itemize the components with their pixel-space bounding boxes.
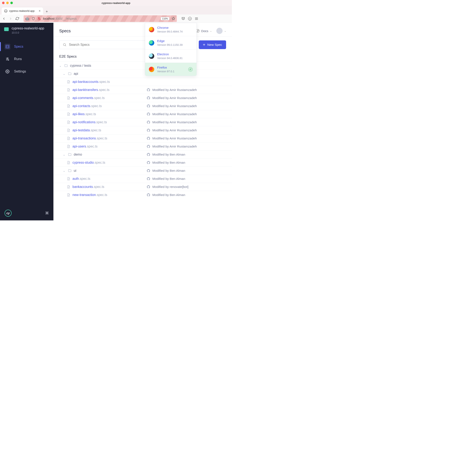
- github-icon: [147, 112, 150, 116]
- browser-option-electron[interactable]: ElectronVersion 94.0.4606.81: [145, 49, 196, 63]
- browser-name: Firefox: [157, 66, 174, 69]
- spec-name: api-banktransfers.spec.ts: [72, 88, 110, 92]
- section-title: E2E Specs: [53, 53, 232, 61]
- edge-icon: [149, 40, 154, 46]
- forward-icon[interactable]: [9, 17, 13, 20]
- sidebar-footer: cy ⌘: [0, 206, 53, 220]
- sidebar-header: cypress-realworld-app 10.0.0: [0, 23, 53, 38]
- docs-link[interactable]: Docs ⌄: [196, 29, 212, 33]
- tree-spec[interactable]: auth.spec.tsModified by Ben Alman: [53, 175, 232, 183]
- svg-marker-4: [172, 17, 175, 20]
- browser-toolbar: 🤖 localhost:3000/__/#/specs 110% cy: [0, 14, 232, 23]
- spec-tree: ⌄cypress / tests⌄apiapi-bankaccounts.spe…: [53, 61, 232, 203]
- browser-version: Version 94.0.4606.81: [157, 57, 183, 60]
- chevron-down-icon: ⌄: [210, 30, 212, 32]
- spec-name: api-likes.spec.ts: [72, 112, 96, 116]
- spec-name: bankaccounts.spec.ts: [72, 185, 104, 189]
- github-icon: [147, 104, 150, 108]
- close-tab-icon[interactable]: ×: [39, 9, 41, 13]
- spec-name: api-transactions.spec.ts: [72, 137, 107, 140]
- tree-spec[interactable]: api-testdata.spec.tsModified by Amir Rus…: [53, 126, 232, 134]
- file-icon: [67, 104, 70, 108]
- reload-icon[interactable]: [15, 17, 19, 20]
- tree-folder[interactable]: ⌄uiModified by Ben Alman: [53, 166, 232, 175]
- tree-spec[interactable]: bankaccounts.spec.tsModified by renovate…: [53, 183, 232, 191]
- file-icon: [67, 128, 70, 132]
- folder-icon: [68, 72, 72, 76]
- hamburger-menu-icon[interactable]: [195, 17, 198, 20]
- folder-icon: [68, 169, 72, 173]
- git-info: Modified by renovate[bot]: [147, 185, 226, 189]
- tab-strip: cy cypress-realworld-app × +: [0, 6, 232, 14]
- back-icon[interactable]: [2, 17, 6, 20]
- tree-spec[interactable]: api-comments.spec.tsModified by Amir Rus…: [53, 94, 232, 102]
- github-icon: [147, 193, 150, 197]
- tree-spec[interactable]: api-bankaccounts.spec.ts: [53, 78, 232, 86]
- file-icon: [67, 161, 70, 165]
- github-icon: [147, 185, 150, 189]
- spec-name: api-comments.spec.ts: [72, 96, 105, 100]
- tree-spec[interactable]: new-transaction.spec.tsModified by Ben A…: [53, 191, 232, 199]
- tree-spec[interactable]: api-notifications.spec.tsModified by Ami…: [53, 118, 232, 126]
- zoom-badge[interactable]: 110%: [161, 17, 169, 20]
- cypress-logo-icon[interactable]: cy: [5, 210, 12, 217]
- docs-text: Docs: [201, 29, 208, 33]
- maximize-window-button[interactable]: [10, 2, 13, 4]
- pocket-icon[interactable]: [181, 17, 185, 20]
- git-info: Modified by Amir Rustamzadeh: [147, 120, 226, 124]
- shield-icon[interactable]: [32, 17, 35, 20]
- project-version: 10.0.0: [12, 31, 44, 34]
- avatar-icon: [216, 28, 222, 34]
- tree-spec[interactable]: cypress-studio.spec.tsModified by Ben Al…: [53, 159, 232, 166]
- url-bar[interactable]: 🤖 localhost:3000/__/#/specs 110%: [24, 15, 177, 22]
- new-tab-button[interactable]: +: [44, 9, 50, 14]
- insecure-lock-icon[interactable]: [37, 17, 41, 20]
- git-info: Modified by Ben Alman: [147, 153, 226, 156]
- tree-folder[interactable]: ⌄api: [53, 70, 232, 78]
- github-icon: [147, 145, 150, 148]
- svg-point-12: [7, 58, 8, 58]
- spec-name: api-bankaccounts.spec.ts: [72, 80, 110, 84]
- browser-option-edge[interactable]: EdgeVersion 99.0.1150.39: [145, 36, 196, 49]
- minimize-window-button[interactable]: [6, 2, 9, 4]
- folder-icon: [64, 64, 68, 67]
- close-window-button[interactable]: [2, 2, 5, 4]
- sidebar-item-settings[interactable]: Settings: [0, 65, 53, 78]
- chevron-down-icon: ⌄: [63, 153, 66, 156]
- tree-spec[interactable]: api-transactions.spec.tsModified by Amir…: [53, 134, 232, 142]
- cypress-extension-icon[interactable]: cy: [188, 17, 192, 20]
- git-info: Modified by Amir Rustamzadeh: [147, 104, 226, 108]
- main-header: Specs cy v10.0.0 Firefox 97 ⌃ Docs ⌄: [53, 23, 232, 37]
- tree-spec[interactable]: api-likes.spec.tsModified by Amir Rustam…: [53, 110, 232, 118]
- bookmark-star-icon[interactable]: [171, 17, 175, 20]
- file-icon: [67, 193, 70, 197]
- git-info: Modified by Amir Rustamzadeh: [147, 137, 226, 140]
- electron-icon: [149, 53, 154, 59]
- main-content: Specs cy v10.0.0 Firefox 97 ⌃ Docs ⌄: [53, 23, 232, 220]
- sidebar: cypress-realworld-app 10.0.0 SpecsRunsSe…: [0, 23, 53, 220]
- git-info: Modified by Amir Rustamzadeh: [147, 88, 226, 92]
- keyboard-shortcuts-icon[interactable]: ⌘: [45, 211, 49, 215]
- git-info: Modified by Amir Rustamzadeh: [147, 96, 226, 100]
- git-info: Modified by Amir Rustamzadeh: [147, 128, 226, 132]
- github-icon: [147, 96, 150, 100]
- sidebar-item-runs[interactable]: Runs: [0, 53, 53, 65]
- tree-spec[interactable]: api-banktransfers.spec.tsModified by Ami…: [53, 86, 232, 94]
- new-spec-label: New Spec: [207, 43, 222, 47]
- new-spec-button[interactable]: + New Spec: [199, 40, 226, 49]
- browser-option-firefox[interactable]: FirefoxVersion 97.0.1✓: [145, 63, 196, 76]
- file-icon: [67, 80, 70, 84]
- tree-spec[interactable]: api-contacts.spec.tsModified by Amir Rus…: [53, 102, 232, 110]
- tree-spec[interactable]: api-users.spec.tsModified by Amir Rustam…: [53, 142, 232, 150]
- tree-folder[interactable]: ⌄cypress / tests: [53, 61, 232, 70]
- browser-option-chrome[interactable]: ChromeVersion 99.0.4844.74: [145, 23, 196, 36]
- browser-tab[interactable]: cy cypress-realworld-app ×: [2, 7, 43, 14]
- spec-name: cypress-studio.spec.ts: [72, 161, 105, 165]
- user-menu[interactable]: ⌄: [216, 28, 226, 34]
- spec-name: auth.spec.ts: [72, 177, 90, 181]
- tree-folder[interactable]: ⌄demoModified by Ben Alman: [53, 150, 232, 159]
- github-icon: [147, 153, 150, 156]
- folder-name: ui: [74, 169, 76, 173]
- sidebar-item-specs[interactable]: Specs: [0, 40, 53, 53]
- folder-name: api: [74, 72, 78, 76]
